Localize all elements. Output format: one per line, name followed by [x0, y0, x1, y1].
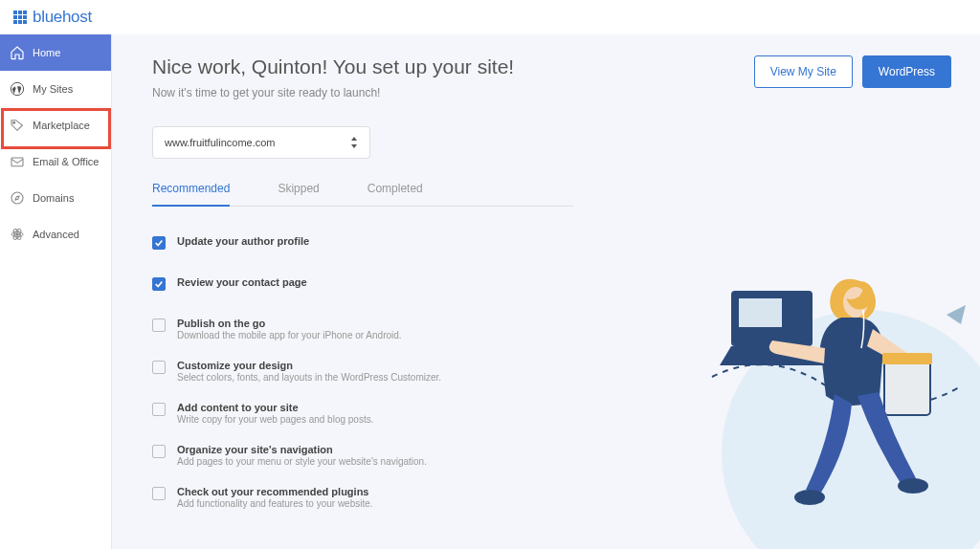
task-list: Update your author profile Review your c… [152, 226, 951, 518]
site-selector[interactable]: www.fruitfulincome.com [152, 126, 370, 159]
sidebar-item-advanced[interactable]: Advanced [0, 216, 111, 253]
page-subtitle: Now it's time to get your site ready to … [152, 86, 514, 99]
tab-completed[interactable]: Completed [368, 182, 423, 206]
checkbox-icon[interactable] [152, 361, 166, 374]
sidebar-item-label: My Sites [33, 83, 73, 95]
sidebar-item-label: Domains [33, 192, 74, 204]
view-site-button[interactable]: View My Site [754, 55, 853, 88]
svg-point-3 [11, 192, 23, 204]
task-desc: Select colors, fonts, and layouts in the… [177, 372, 951, 383]
task-title: Organize your site's navigation [177, 444, 951, 455]
sidebar-item-domains[interactable]: Domains [0, 180, 111, 216]
task-row[interactable]: Review your contact page [152, 267, 951, 308]
checkbox-icon[interactable] [152, 487, 166, 500]
task-row[interactable]: Add content to your site Write copy for … [152, 392, 951, 434]
task-desc: Write copy for your web pages and blog p… [177, 414, 951, 425]
checkbox-icon[interactable] [152, 236, 166, 250]
task-tabs: Recommended Skipped Completed [152, 182, 573, 207]
site-selector-value: www.fruitfulincome.com [165, 137, 276, 148]
task-row[interactable]: Update your author profile [152, 226, 951, 267]
task-row[interactable]: Check out your recommended plugins Add f… [152, 476, 951, 518]
task-title: Review your contact page [177, 276, 951, 288]
task-row[interactable]: Publish on the go Download the mobile ap… [152, 308, 951, 350]
task-desc: Add pages to your menu or style your web… [177, 456, 951, 467]
sidebar: Home My Sites Marketplace Email & Office… [0, 34, 112, 549]
tag-icon [10, 118, 25, 133]
sidebar-item-label: Marketplace [33, 120, 90, 131]
task-row[interactable]: Organize your site's navigation Add page… [152, 434, 951, 476]
task-row[interactable]: Customize your design Select colors, fon… [152, 350, 951, 392]
task-title: Update your author profile [177, 235, 951, 247]
task-title: Publish on the go [177, 318, 951, 329]
sidebar-item-label: Advanced [33, 229, 79, 240]
brand-name: bluehost [33, 8, 92, 27]
sidebar-item-label: Email & Office [33, 156, 100, 167]
checkbox-icon[interactable] [152, 445, 166, 458]
page-title: Nice work, Quinton! You set up your site… [152, 55, 514, 78]
sidebar-item-mysites[interactable]: My Sites [0, 71, 111, 107]
svg-point-1 [13, 121, 15, 123]
task-title: Check out your recommended plugins [177, 486, 951, 497]
compass-icon [10, 190, 25, 206]
wordpress-icon [10, 81, 25, 97]
task-title: Add content to your site [177, 402, 951, 413]
tab-recommended[interactable]: Recommended [152, 182, 230, 206]
updown-icon [350, 137, 358, 148]
atom-icon [10, 227, 25, 242]
sidebar-item-marketplace[interactable]: Marketplace [0, 107, 111, 143]
mail-icon [10, 154, 25, 169]
top-header: bluehost [0, 0, 980, 34]
task-desc: Add functionality and features to your w… [177, 498, 951, 509]
svg-point-4 [16, 233, 19, 236]
tab-skipped[interactable]: Skipped [278, 182, 319, 206]
sidebar-item-home[interactable]: Home [0, 34, 111, 71]
grid-icon [13, 11, 27, 24]
task-desc: Download the mobile app for your iPhone … [177, 330, 951, 340]
home-icon [10, 45, 25, 60]
checkbox-icon[interactable] [152, 403, 166, 416]
wordpress-button[interactable]: WordPress [862, 55, 951, 88]
task-title: Customize your design [177, 360, 951, 371]
main-content: Nice work, Quinton! You set up your site… [112, 34, 980, 549]
sidebar-item-label: Home [33, 47, 60, 58]
svg-rect-2 [11, 158, 23, 166]
checkbox-icon[interactable] [152, 318, 166, 332]
brand-logo[interactable]: bluehost [13, 8, 92, 27]
checkbox-icon[interactable] [152, 277, 166, 291]
sidebar-item-email[interactable]: Email & Office [0, 143, 111, 180]
